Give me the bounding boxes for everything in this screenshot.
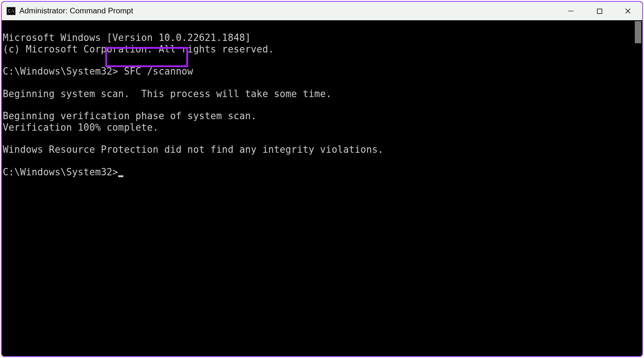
output-line: Microsoft Windows [Version 10.0.22621.18… <box>3 32 633 43</box>
prompt-line: C:\Windows\System32> <box>3 167 633 178</box>
console-area: Microsoft Windows [Version 10.0.22621.18… <box>2 20 642 356</box>
close-button[interactable] <box>614 2 642 20</box>
output-line: Beginning verification phase of system s… <box>3 110 633 121</box>
output-line: Windows Resource Protection did not find… <box>3 144 633 155</box>
maximize-button[interactable] <box>585 2 614 20</box>
prompt-line: C:\Windows\System32> SFC /scannow <box>3 66 633 77</box>
scrollbar-thumb[interactable] <box>635 21 641 43</box>
command-text: SFC /scannow <box>118 66 199 77</box>
output-line: (c) Microsoft Corporation. All rights re… <box>3 44 633 55</box>
output-line <box>3 99 633 110</box>
output-line <box>3 156 633 167</box>
cursor <box>118 175 123 177</box>
window-title: Administrator: Command Prompt <box>19 6 557 16</box>
svg-rect-1 <box>597 9 602 13</box>
titlebar[interactable]: C:\ Administrator: Command Prompt <box>2 2 642 20</box>
output-line <box>3 55 633 66</box>
command-prompt-window: C:\ Administrator: Command Prompt Micros… <box>1 1 643 357</box>
output-line <box>3 133 633 144</box>
prompt-text: C:\Windows\System32> <box>3 66 118 77</box>
console-output[interactable]: Microsoft Windows [Version 10.0.22621.18… <box>2 20 634 356</box>
output-line <box>3 77 633 88</box>
scrollbar-track[interactable] <box>634 20 642 356</box>
minimize-button[interactable] <box>557 2 585 20</box>
output-line: Beginning system scan. This process will… <box>3 88 633 99</box>
prompt-text: C:\Windows\System32> <box>3 167 118 178</box>
output-line: Verification 100% complete. <box>3 122 633 133</box>
cmd-icon: C:\ <box>6 7 16 15</box>
window-controls <box>557 2 642 20</box>
